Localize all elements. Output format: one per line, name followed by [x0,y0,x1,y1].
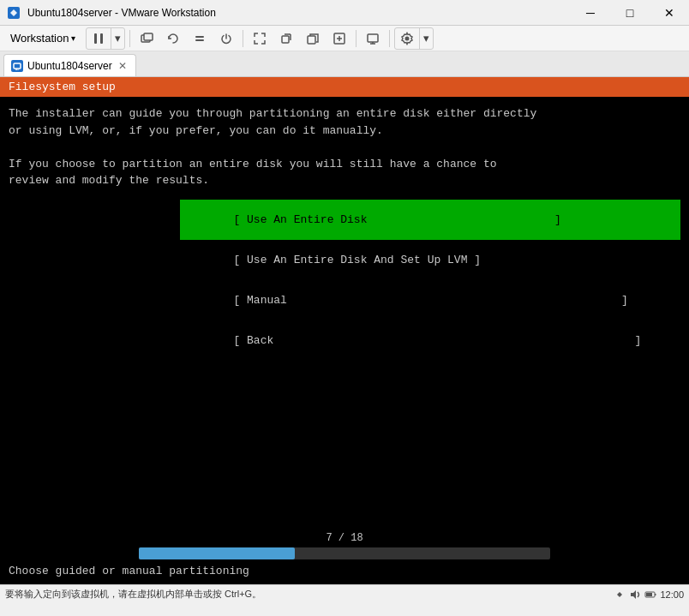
terminal-header: Filesystem setup [0,77,689,97]
app-icon [5,4,22,21]
clock: 12:00 [660,589,684,600]
workstation-dropdown-icon: ▾ [71,33,75,43]
pause-group[interactable]: ▾ [86,27,125,50]
terminal-body: The installer can guide you through part… [9,105,680,189]
svg-rect-10 [308,36,315,44]
svg-rect-17 [14,63,21,69]
menu-bar: Workstation ▾ ▾ [0,26,689,51]
status-bar: 要将输入定向到该虚拟机，请在虚拟机内部单击或按 Ctrl+G。 12:00 [0,584,689,603]
power-button[interactable] [214,27,238,50]
terminal[interactable]: Filesystem setup The installer can guide… [0,77,689,584]
terminal-bottom: 7 / 18 Choose guided or manual partition… [0,527,689,584]
svg-rect-2 [100,33,103,44]
svg-rect-22 [655,594,656,595]
pause-button[interactable] [87,27,111,50]
close-button[interactable]: ✕ [650,0,689,26]
svg-rect-6 [195,39,204,41]
svg-rect-4 [144,33,153,40]
menu-item-entire-disk-lvm[interactable]: [ Use An Entire Disk And Set Up LVM ] [180,240,680,280]
terminal-menu: [ Use An Entire Disk ] [ Use An Entire D… [180,200,680,361]
network-icon [614,589,626,601]
menu-item-manual[interactable]: [ Manual ] [180,280,680,320]
fit-window-button[interactable] [327,27,351,50]
window-title: Ubuntu1804server - VMware Workstation [27,7,571,19]
vm-tab[interactable]: Ubuntu1804server ✕ [3,54,136,76]
svg-rect-14 [368,34,378,42]
settings-button[interactable] [395,27,419,50]
terminal-status: Choose guided or manual partitioning [9,563,680,579]
toolbar-sep-2 [243,30,243,47]
vm-tab-close[interactable]: ✕ [117,60,129,72]
revert-button[interactable] [161,27,185,50]
progress-bar-container [139,547,550,559]
vm-tab-label: Ubuntu1804server [27,60,112,72]
toolbar-sep-3 [356,30,356,47]
svg-rect-7 [282,36,289,43]
vm-tab-icon [11,60,23,72]
battery-icon [644,589,656,601]
workstation-menu[interactable]: Workstation ▾ [3,28,82,48]
restore-vm-button[interactable] [301,27,325,50]
minimize-vm-button[interactable] [274,27,298,50]
console-button[interactable] [361,27,385,50]
minimize-button[interactable]: ─ [571,0,610,26]
status-right: 12:00 [614,589,684,601]
toolbar-sep-4 [389,30,390,47]
maximize-button[interactable]: □ [610,0,650,26]
status-left-text: 要将输入定向到该虚拟机，请在虚拟机内部单击或按 Ctrl+G。 [5,588,614,601]
window-controls: ─ □ ✕ [571,0,689,26]
tab-bar: Ubuntu1804server ✕ [0,51,689,77]
svg-rect-5 [195,36,204,38]
progress-label: 7 / 18 [9,532,680,544]
switch-window-button[interactable] [135,27,159,50]
settings-dropdown[interactable]: ▾ [419,27,433,50]
settings-group[interactable]: ▾ [394,27,434,50]
fullscreen-button[interactable] [248,27,272,50]
pause-dropdown[interactable]: ▾ [111,27,124,50]
svg-rect-21 [646,593,652,596]
toolbar-sep-1 [129,30,130,47]
audio-icon [629,589,641,601]
menu-item-entire-disk[interactable]: [ Use An Entire Disk ] [180,200,680,240]
svg-rect-1 [94,33,97,44]
progress-bar-fill [139,547,295,559]
menu-item-back[interactable]: [ Back ] [180,320,680,361]
title-bar: Ubuntu1804server - VMware Workstation ─ … [0,0,689,26]
vm-content[interactable]: Filesystem setup The installer can guide… [0,77,689,584]
suspend-button[interactable] [188,27,212,50]
